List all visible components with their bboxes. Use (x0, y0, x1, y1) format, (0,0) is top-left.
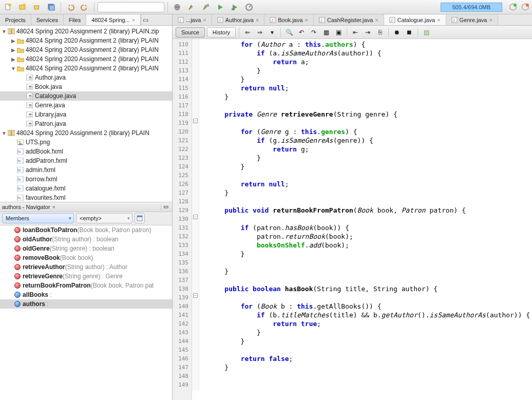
tree-row[interactable]: ☕Genre.java (0, 101, 172, 110)
java-file-icon: J (451, 17, 458, 23)
close-icon[interactable]: × (203, 17, 206, 23)
editor-tab[interactable]: J...java × (173, 14, 212, 25)
shift-left-icon[interactable]: ⇤ (350, 27, 360, 37)
start-macro-icon[interactable]: ⏺ (392, 27, 402, 37)
tree-row[interactable]: UTS.png (0, 138, 172, 147)
navigator-list[interactable]: loanBookToPatron(Book book, Patron patro… (0, 225, 172, 401)
tree-row[interactable]: ☕Catalogue.java (0, 91, 172, 101)
tree-row[interactable]: fxfavourites.fxml (0, 193, 172, 202)
navigator-item[interactable]: retrieveAuthor(String author) : Author (0, 262, 172, 272)
nav-fwd-icon[interactable]: ⇒ (255, 27, 265, 37)
tree-row[interactable]: fxadmin.fxml (0, 165, 172, 175)
minimize-icon[interactable]: ▭ (141, 14, 150, 25)
tree-row[interactable]: ▼48024 Spring 2020 Assignment 2 (library… (0, 128, 172, 138)
redo-icon[interactable] (79, 2, 91, 13)
open-icon[interactable] (31, 2, 43, 13)
split-icon[interactable]: ▤ (421, 27, 431, 37)
nav-view-icon[interactable] (135, 213, 145, 223)
editor-tab[interactable]: JAuthor.java × (212, 14, 264, 25)
svg-rect-8 (206, 4, 209, 7)
member-icon (14, 282, 21, 289)
main-toolbar: 505.4/694.0MB (0, 0, 532, 14)
config-combo[interactable] (98, 2, 164, 12)
navigator-item[interactable]: retrieveGenre(String genre) : Genre (0, 272, 172, 281)
debug-icon[interactable] (229, 2, 241, 13)
navigator-item[interactable]: removeBook(Book book) (0, 253, 172, 262)
members-select[interactable]: Members (2, 213, 74, 223)
tree-row[interactable]: ☕Book.java (0, 82, 172, 91)
prev-icon[interactable]: ↶ (296, 27, 307, 37)
new-file-icon[interactable] (2, 2, 14, 13)
tree-row[interactable]: fxaddBook.fxml (0, 147, 172, 156)
stop-macro-icon[interactable]: ⏹ (404, 27, 414, 37)
java-icon: ☕ (26, 120, 34, 127)
new-project-icon[interactable] (16, 2, 29, 13)
dropdown-icon[interactable]: ▾ (267, 27, 277, 37)
tree-row[interactable]: ☕Library.java (0, 110, 172, 119)
svg-text:J: J (219, 18, 221, 22)
profile-icon[interactable] (243, 2, 255, 13)
close-icon[interactable]: × (375, 17, 378, 23)
find-sel-icon[interactable]: 🔍 (284, 27, 294, 37)
shift-right-icon[interactable]: ⇥ (363, 27, 373, 37)
member-icon (14, 227, 21, 233)
panel-tab[interactable]: Services (31, 14, 64, 25)
tree-row[interactable]: ▶48024 Spring 2020 Assignment 2 (library… (0, 45, 172, 54)
editor-tab[interactable]: JCatalogue.java × (384, 14, 446, 25)
line-gutter[interactable]: 1101111121131141151161171181191201211221… (173, 39, 192, 400)
tree-row[interactable]: ▼48024 Spring 2020 Assignment 2 (library… (0, 64, 172, 73)
globe-icon[interactable] (171, 2, 183, 13)
source-button[interactable]: Source (176, 27, 205, 37)
navigator-item[interactable]: allBooks : (0, 290, 172, 299)
panel-tab[interactable]: Files (64, 14, 86, 25)
save-all-icon[interactable] (45, 2, 58, 13)
history-button[interactable]: History (207, 27, 236, 37)
panel-tab[interactable]: Projects (0, 14, 31, 25)
editor-tab[interactable]: JCashRegister.java × (314, 14, 384, 25)
close-icon[interactable]: × (256, 17, 259, 23)
tree-row[interactable]: ☕Author.java (0, 73, 172, 82)
navigator-item[interactable]: authors : (0, 299, 172, 309)
clean-build-icon[interactable] (200, 2, 212, 13)
java-file-icon: J (217, 17, 223, 23)
tree-row[interactable]: fxaddPatron.fxml (0, 156, 172, 165)
navigator-item[interactable]: oldAuthor(String author) : boolean (0, 235, 172, 244)
toggle-bookmark-icon[interactable]: ▣ (333, 27, 344, 37)
nav-back-icon[interactable]: ⇐ (242, 27, 253, 37)
svg-text:☕: ☕ (28, 84, 33, 89)
tree-row[interactable]: ☕Patron.java (0, 119, 172, 128)
editor-tab[interactable]: JGenre.java × (446, 14, 498, 25)
toggle-highlight-icon[interactable]: ▦ (321, 27, 331, 37)
panel-tab[interactable]: 48024 Spring...× (86, 14, 141, 25)
undo-icon[interactable] (64, 2, 77, 13)
project-tree[interactable]: ▼48024 Spring 2020 Assignment 2 (library… (0, 26, 172, 202)
editor-tab[interactable]: JBook.java × (264, 14, 314, 25)
run-icon[interactable] (214, 2, 226, 13)
java-icon: ☕ (26, 74, 34, 81)
comment-icon[interactable]: ⎘ (375, 27, 385, 37)
navigator-item[interactable]: loanBookToPatron(Book book, Patron patro… (0, 225, 172, 235)
update-cube-icon[interactable] (521, 3, 530, 12)
close-icon[interactable]: × (489, 17, 492, 23)
fold-gutter[interactable]: −−− (192, 39, 199, 390)
minimize-icon[interactable]: ▭ (161, 203, 170, 210)
member-icon (14, 236, 21, 242)
navigator-item[interactable]: oldGenre(String genre) : boolean (0, 244, 172, 253)
tree-row[interactable]: fxcatalogue.fxml (0, 184, 172, 193)
close-icon[interactable]: × (305, 17, 308, 23)
navigator-item[interactable]: returnBookFromPatron(Book book, Patron p… (0, 281, 172, 290)
filter-select[interactable]: <empty> (76, 213, 132, 223)
svg-text:fx: fx (18, 187, 21, 191)
close-icon[interactable]: × (437, 17, 440, 23)
build-icon[interactable] (185, 2, 198, 13)
svg-text:fx: fx (18, 168, 21, 172)
tree-row[interactable]: ▼48024 Spring 2020 Assignment 2 (library… (0, 27, 172, 36)
next-icon[interactable]: ↷ (309, 27, 319, 37)
memory-indicator[interactable]: 505.4/694.0MB (441, 3, 502, 12)
tree-row[interactable]: ▶48024 Spring 2020 Assignment 2 (library… (0, 54, 172, 64)
close-icon[interactable]: × (52, 204, 55, 210)
plugin-cube-icon[interactable] (508, 3, 518, 12)
code-editor[interactable]: for (Author a : this.authors) { if (a.is… (199, 39, 532, 400)
tree-row[interactable]: fxborrow.fxml (0, 175, 172, 184)
tree-row[interactable]: ▶48024 Spring 2020 Assignment 2 (library… (0, 36, 172, 45)
